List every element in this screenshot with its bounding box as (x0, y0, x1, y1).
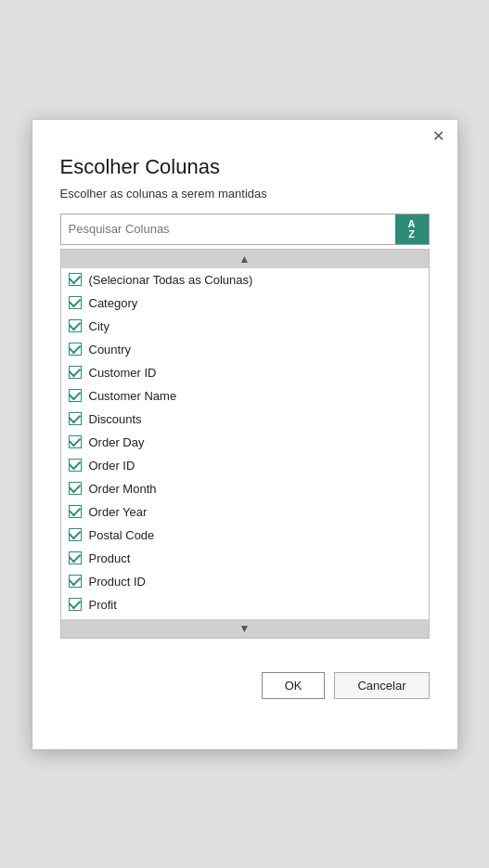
column-label-col-select-all: (Selecionar Todas as Colunas) (89, 273, 253, 287)
title-bar: ✕ (32, 120, 457, 146)
dialog-footer: OK Cancelar (32, 657, 457, 718)
checkbox-col-country[interactable] (69, 343, 82, 356)
column-label-col-category: Category (89, 296, 138, 310)
column-label-col-profit: Profit (89, 598, 117, 612)
column-label-col-order-year: Order Year (89, 505, 148, 519)
list-item[interactable]: Customer ID (61, 361, 429, 384)
checkbox-col-discounts[interactable] (69, 412, 82, 425)
sort-icon: AZ (408, 219, 416, 240)
search-input[interactable] (61, 216, 395, 241)
column-label-col-postal-code: Postal Code (89, 528, 155, 542)
list-item[interactable]: Order Year (61, 500, 429, 524)
column-label-col-order-id: Order ID (89, 459, 135, 473)
list-item[interactable]: Order Day (61, 431, 429, 454)
checkbox-col-order-id[interactable] (69, 459, 82, 472)
column-label-col-customer-id: Customer ID (89, 366, 157, 380)
checkbox-col-product[interactable] (69, 551, 82, 564)
list-item[interactable]: Order Month (61, 477, 429, 500)
dialog-content: Escolher Colunas Escolher as colunas a s… (32, 146, 457, 657)
cancel-button[interactable]: Cancelar (334, 672, 429, 699)
checkbox-col-city[interactable] (69, 319, 82, 332)
column-label-col-customer-name: Customer Name (89, 389, 177, 403)
checkbox-col-product-id[interactable] (69, 575, 82, 588)
checkbox-col-category[interactable] (69, 296, 82, 309)
list-item[interactable]: Category (61, 291, 429, 315)
choose-columns-dialog: ✕ Escolher Colunas Escolher as colunas a… (32, 119, 458, 750)
checkbox-col-order-month[interactable] (69, 482, 82, 495)
column-list[interactable]: ▲ (Selecionar Todas as Colunas)CategoryC… (60, 249, 430, 639)
ok-button[interactable]: OK (262, 672, 326, 699)
sort-button[interactable]: AZ (395, 214, 429, 244)
checkbox-col-order-year[interactable] (69, 505, 82, 518)
scroll-up-arrow[interactable]: ▲ (61, 250, 429, 268)
checkbox-col-customer-id[interactable] (69, 366, 82, 379)
list-item[interactable]: Country (61, 338, 429, 361)
list-item[interactable]: Product ID (61, 570, 429, 593)
checkbox-col-select-all[interactable] (69, 273, 82, 286)
column-label-col-city: City (89, 319, 109, 333)
dialog-subtitle: Escolher as colunas a serem mantidas (60, 187, 430, 201)
scroll-down-arrow[interactable]: ▼ (61, 619, 429, 638)
list-item[interactable]: Order ID (61, 454, 429, 477)
column-label-col-country: Country (89, 343, 132, 356)
column-label-col-product: Product (89, 551, 131, 565)
list-item[interactable]: Product (61, 547, 429, 570)
column-label-col-order-day: Order Day (89, 435, 145, 449)
list-item[interactable]: Postal Code (61, 524, 429, 547)
column-label-col-order-month: Order Month (89, 482, 157, 496)
search-row: AZ (60, 214, 430, 245)
dialog-title: Escolher Colunas (60, 155, 430, 179)
checkbox-col-customer-name[interactable] (69, 389, 82, 402)
list-item[interactable]: City (61, 315, 429, 338)
checkbox-col-postal-code[interactable] (69, 528, 82, 541)
close-button[interactable]: ✕ (430, 127, 448, 146)
checkbox-col-profit[interactable] (69, 598, 82, 611)
column-label-col-product-id: Product ID (89, 575, 146, 589)
list-item[interactable]: Customer Name (61, 384, 429, 408)
column-label-col-discounts: Discounts (89, 412, 142, 426)
checkbox-col-order-day[interactable] (69, 435, 82, 448)
list-item[interactable]: Discounts (61, 408, 429, 431)
list-item[interactable]: Profit (61, 593, 429, 616)
list-item[interactable]: (Selecionar Todas as Colunas) (61, 268, 429, 291)
